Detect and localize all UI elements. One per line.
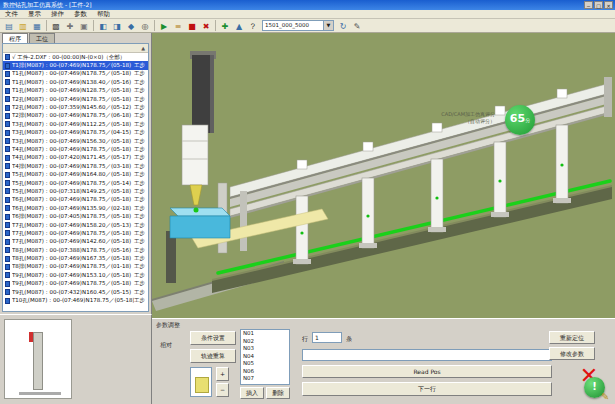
row-tag: 工步 bbox=[134, 70, 148, 77]
program-combobox[interactable]: 1501_000_5000 ▼ bbox=[262, 20, 334, 31]
row-text: T6孔(M087)：00-(07:469)N178.75／(05-18)（10-… bbox=[12, 196, 134, 203]
program-list-row[interactable]: T7孔(M087)：00-(07:469)N178.75／(05-18)（07-… bbox=[3, 229, 148, 237]
listbox-line[interactable]: N05 bbox=[241, 360, 289, 368]
listbox-line[interactable]: N02 bbox=[241, 338, 289, 346]
row-text: T8孔(M087)：00-(07:469)N167.35／(05-18)（04-… bbox=[12, 255, 134, 262]
save-icon[interactable]: ▦ bbox=[31, 20, 44, 32]
tool-color-swatch bbox=[195, 377, 209, 393]
decrease-button[interactable]: − bbox=[216, 383, 229, 397]
program-list-row[interactable]: T2排(M087)：00-(07:469)N178.75／(06-18)（04-… bbox=[3, 112, 148, 120]
program-list-row[interactable]: √ 工件-2.DXF：00-(00:00)N-(0×0)（全部） bbox=[3, 53, 148, 61]
cut-icon[interactable]: ✚ bbox=[64, 20, 77, 32]
progress-bar bbox=[302, 349, 552, 361]
reposition-button[interactable]: 重新定位 bbox=[549, 331, 595, 344]
row-tag: 工步 bbox=[134, 154, 148, 161]
program-list-row[interactable]: T9孔(M087)：00-(07:432)N160.45／(05-15)（04-… bbox=[3, 288, 148, 296]
row-text: T2孔(M087)：00-(07:469)N178.75／(05-18)（04-… bbox=[12, 96, 134, 103]
menu-item-2[interactable]: 操作 bbox=[46, 10, 69, 19]
abort-icon[interactable]: ✖ bbox=[200, 20, 213, 32]
program-list-row[interactable]: T6孔(M087)：00-(07:469)N178.75／(05-18)（10-… bbox=[3, 196, 148, 204]
maximize-button[interactable]: □ bbox=[594, 1, 603, 9]
program-list-row[interactable]: T9孔(M087)：00-(07:469)N178.75／(05-18)（04-… bbox=[3, 280, 148, 288]
program-list-row[interactable]: T1孔(M087)：00-(07:469)N138.40／(05-16)（04-… bbox=[3, 78, 148, 86]
stop-icon[interactable]: ■ bbox=[186, 20, 199, 32]
condition-setting-button[interactable]: 条件设置 bbox=[190, 331, 236, 345]
program-list-row[interactable]: T3孔(M087)：00-(07:469)N178.75／(04-15)（04-… bbox=[3, 129, 148, 137]
program-list-header[interactable]: ▲ bbox=[3, 44, 148, 53]
program-list-row[interactable]: T5孔(M087)：00-(07:318)N149.25／(05-18)（04-… bbox=[3, 187, 148, 195]
zoom-icon[interactable]: ◎ bbox=[139, 20, 152, 32]
row-tag: 工步 bbox=[134, 129, 148, 136]
document-icon bbox=[5, 54, 10, 60]
program-list-row[interactable]: T3孔(M087)：00-(07:469)N156.30／(05-18)（09-… bbox=[3, 137, 148, 145]
program-list-row[interactable]: T10孔(M087)：00-(07:469)N178.75／(05-18)（04… bbox=[3, 296, 148, 304]
row-text: T1孔(M087)：00-(07:469)N138.40／(05-16)（04-… bbox=[12, 79, 134, 86]
pause-icon[interactable]: ≡ bbox=[172, 20, 185, 32]
program-list-row[interactable]: T1孔(M087)：00-(07:469)N128.75／(05-18)（14-… bbox=[3, 87, 148, 95]
program-list-row[interactable]: T4孔(M087)：00-(07:469)N178.75／(05-18)（04-… bbox=[3, 145, 148, 153]
listbox-line[interactable]: N01 bbox=[241, 330, 289, 338]
listbox-line[interactable]: N06 bbox=[241, 368, 289, 376]
print-icon[interactable]: ▩ bbox=[50, 20, 63, 32]
row-text: T3孔(M087)：00-(07:469)N112.25／(05-18)（04-… bbox=[12, 121, 134, 128]
program-list-row[interactable]: T9孔(M087)：00-(07:469)N153.10／(05-18)（04-… bbox=[3, 271, 148, 279]
simulation-viewport[interactable]: CAD/CAM加工仿真评分 （自动评分） 65分 bbox=[152, 33, 615, 318]
menu-item-0[interactable]: 文件 bbox=[0, 10, 23, 19]
new-file-icon[interactable]: ▤ bbox=[3, 20, 16, 32]
program-list-row[interactable]: T7孔(M087)：00-(07:469)N158.20／(05-13)（04-… bbox=[3, 221, 148, 229]
program-list-row[interactable]: T6孔(M087)：00-(07:469)N135.90／(02-18)（04-… bbox=[3, 204, 148, 212]
listbox-line[interactable]: N07 bbox=[241, 375, 289, 383]
program-list-row[interactable]: T1排(M087)：00-(07:469)N178.75／(05-18)（04-… bbox=[3, 61, 148, 69]
delete-button[interactable]: 删除 bbox=[266, 387, 290, 399]
column-graphic bbox=[33, 332, 43, 390]
program-list-row[interactable]: T2孔(M087)：00-(07:359)N145.60／(05-12)（08-… bbox=[3, 103, 148, 111]
view-front-icon[interactable]: ◧ bbox=[97, 20, 110, 32]
line-listbox[interactable]: N01N02N03N04N05N06N07 bbox=[240, 329, 290, 385]
help-icon[interactable]: ？ bbox=[247, 20, 260, 32]
program-list-row[interactable]: T2孔(M087)：00-(07:469)N178.75／(05-18)（04-… bbox=[3, 95, 148, 103]
view-iso-icon[interactable]: ◆ bbox=[125, 20, 138, 32]
open-file-icon[interactable]: ▥ bbox=[17, 20, 30, 32]
program-list-row[interactable]: T5孔(M087)：00-(07:469)N178.75／(05-14)（04-… bbox=[3, 179, 148, 187]
program-list-row[interactable]: T5孔(M087)：00-(07:469)N164.80／(05-18)（04-… bbox=[3, 170, 148, 178]
insert-button[interactable]: 插入 bbox=[240, 387, 264, 399]
program-list-row[interactable]: T3孔(M087)：00-(07:469)N112.25／(05-18)（04-… bbox=[3, 120, 148, 128]
increase-button[interactable]: + bbox=[216, 367, 229, 381]
copy-icon[interactable]: ▣ bbox=[78, 20, 91, 32]
menu-item-4[interactable]: 帮助 bbox=[92, 10, 115, 19]
next-line-button[interactable]: 下一行 bbox=[302, 382, 552, 396]
sort-arrow-icon[interactable]: ▲ bbox=[141, 44, 145, 52]
modify-params-button[interactable]: 修改参数 bbox=[549, 347, 595, 360]
minimize-button[interactable]: ─ bbox=[584, 1, 593, 9]
measure-icon[interactable]: ✚ bbox=[219, 20, 232, 32]
flag-icon[interactable]: ▲ bbox=[233, 20, 246, 32]
program-list-row[interactable]: T6排(M087)：00-(07:405)N178.75／(05-18)（04-… bbox=[3, 212, 148, 220]
refresh-icon[interactable]: ↻ bbox=[337, 20, 350, 32]
program-list-row[interactable]: T4排(M087)：00-(07:469)N178.75／(03-18)（12-… bbox=[3, 162, 148, 170]
document-icon bbox=[5, 121, 10, 127]
settings-icon[interactable]: ✎ bbox=[351, 20, 364, 32]
combobox-value: 1501_000_5000 bbox=[265, 22, 309, 28]
program-list-row[interactable]: T7孔(M087)：00-(07:469)N142.60／(05-18)（04-… bbox=[3, 238, 148, 246]
line-number-field[interactable]: 1 bbox=[312, 332, 342, 343]
run-icon[interactable]: ▶ bbox=[158, 20, 171, 32]
program-list-row[interactable]: T4孔(M087)：00-(07:420)N171.45／(05-17)（04-… bbox=[3, 154, 148, 162]
edit-pencil-icon[interactable]: ✎ bbox=[601, 391, 609, 402]
listbox-line[interactable]: N03 bbox=[241, 345, 289, 353]
menu-item-1[interactable]: 显示 bbox=[23, 10, 46, 19]
program-list-row[interactable]: T1孔(M087)：00-(07:469)N178.75／(05-18)（04-… bbox=[3, 70, 148, 78]
close-button[interactable]: ✕ bbox=[604, 1, 613, 9]
document-icon bbox=[5, 247, 10, 253]
menu-item-3[interactable]: 参数 bbox=[69, 10, 92, 19]
view-top-icon[interactable]: ◨ bbox=[111, 20, 124, 32]
listbox-line[interactable]: N04 bbox=[241, 353, 289, 361]
recalculate-path-button[interactable]: 轨迹重算 bbox=[190, 349, 236, 363]
chevron-down-icon[interactable]: ▼ bbox=[323, 21, 333, 30]
program-list-row[interactable]: T8孔(M087)：00-(07:469)N167.35／(05-18)（04-… bbox=[3, 254, 148, 262]
program-list-row[interactable]: T8孔(M087)：00-(07:388)N178.75／(05-16)（04-… bbox=[3, 246, 148, 254]
title-bar[interactable]: 数控钻孔加工仿真系统 - [工件-2] ─ □ ✕ bbox=[0, 0, 615, 10]
tab-program[interactable]: 程序 bbox=[2, 33, 28, 43]
program-list-row[interactable]: T8排(M087)：00-(07:469)N178.75／(01-18)（11-… bbox=[3, 263, 148, 271]
read-pos-button[interactable]: Read Pos bbox=[302, 365, 552, 378]
tab-station[interactable]: 工位 bbox=[29, 33, 55, 43]
